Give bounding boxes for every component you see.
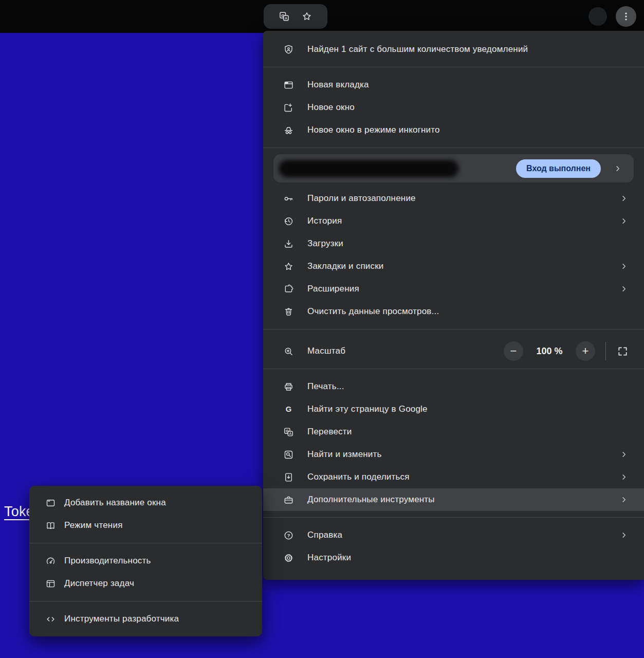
submenu-divider [29,601,262,601]
help-icon: ? [283,529,294,541]
profile-row[interactable]: Вход выполнен [273,154,634,182]
bookmark-star-icon[interactable] [301,10,313,23]
zoom-value: 100 % [530,346,568,357]
menu-item-label: Настройки [307,553,351,563]
submenu-item-label: Режим чтения [64,520,123,531]
profile-avatar[interactable] [588,7,607,26]
browser-menu: Найден 1 сайт с большим количеством увед… [263,31,644,580]
zoom-label: Масштаб [307,346,345,356]
find-in-page-icon [283,449,294,460]
chevron-right-icon [619,284,629,294]
puzzle-icon [283,283,294,295]
menu-item-safety-notification[interactable]: Найден 1 сайт с большим количеством увед… [263,38,644,61]
book-icon [45,520,56,531]
chevron-right-icon [613,164,622,173]
menu-item-search-google[interactable]: G Найти эту страницу в Google [263,398,644,421]
menu-item-new-tab[interactable]: Новая вкладка [263,74,644,96]
zoom-controls: − 100 % + [504,341,629,361]
menu-item-label: Печать... [307,381,344,392]
incognito-icon [283,124,294,136]
fullscreen-icon[interactable] [616,345,629,357]
menu-item-label: Справка [307,530,342,540]
menu-item-label: Сохранить и поделиться [307,472,410,482]
menu-item-settings[interactable]: Настройки [263,546,644,569]
menu-item-label: Новое окно в режиме инкогнито [307,125,440,135]
chevron-right-icon [619,495,629,504]
menu-item-find-and-edit[interactable]: Найти и изменить [263,443,644,466]
submenu-item-name-window[interactable]: Добавить название окна [29,491,262,514]
menu-item-help[interactable]: ? Справка [263,524,644,546]
menu-item-translate[interactable]: GA Перевести [263,421,644,443]
menu-item-label: Найти эту страницу в Google [307,404,428,414]
svg-text:G: G [285,405,291,413]
omnibox-actions: GA [264,4,327,29]
shield-person-icon [283,44,294,55]
menu-item-label: Новое окно [307,102,355,113]
chevron-right-icon [619,531,629,540]
menu-item-save-and-share[interactable]: Сохранить и поделиться [263,466,644,488]
translate-icon[interactable]: GA [278,10,290,23]
history-icon [283,215,294,227]
menu-item-label: Закладки и списки [307,261,384,271]
chevron-right-icon [619,262,629,271]
menu-item-label: Найти и изменить [307,449,382,460]
menu-divider [263,329,644,330]
menu-item-clear-browsing-data[interactable]: Очистить данные просмотров... [263,300,644,323]
menu-item-label: Найден 1 сайт с большим количеством увед… [307,44,528,54]
menu-item-history[interactable]: История [263,210,644,232]
menu-item-label: Очистить данные просмотров... [307,306,439,317]
new-window-icon [283,102,294,113]
submenu-item-label: Производительность [64,556,151,566]
briefcase-icon [283,494,294,505]
menu-item-passwords[interactable]: Пароли и автозаполнение [263,187,644,210]
redacted-profile-name [279,160,458,177]
submenu-item-label: Добавить название окна [64,498,166,508]
submenu-item-label: Диспетчер задач [64,578,134,589]
download-icon [283,238,294,249]
submenu-item-performance[interactable]: Производительность [29,550,262,572]
menu-divider [263,148,644,148]
window-title-icon [45,497,56,508]
submenu-item-task-manager[interactable]: Диспетчер задач [29,572,262,595]
menu-item-downloads[interactable]: Загрузки [263,232,644,255]
menu-item-label: Загрузки [307,239,343,249]
browser-menu-button[interactable] [616,6,636,27]
submenu-item-developer-tools[interactable]: Инструменты разработчика [29,608,262,630]
kebab-dots-icon [620,11,632,22]
signed-in-badge: Вход выполнен [516,159,601,178]
new-tab-icon [283,79,294,90]
star-icon [283,261,294,272]
menu-divider [263,67,644,67]
submenu-item-reading-mode[interactable]: Режим чтения [29,514,262,537]
chevron-right-icon [619,216,629,226]
menu-item-more-tools[interactable]: Дополнительные инструменты [263,488,644,511]
menu-item-print[interactable]: Печать... [263,375,644,398]
zoom-in-button[interactable]: + [576,341,595,361]
svg-text:?: ? [287,533,290,538]
google-g-icon: G [283,404,294,415]
submenu-item-label: Инструменты разработчика [64,614,179,624]
menu-item-label: Перевести [307,427,352,437]
svg-text:A: A [289,431,291,435]
menu-item-new-window[interactable]: Новое окно [263,96,644,119]
menu-item-label: Расширения [307,284,359,294]
zoom-out-button[interactable]: − [504,341,523,361]
save-page-icon [283,471,294,483]
trash-icon [283,306,294,317]
svg-text:A: A [285,16,287,21]
task-manager-icon [45,578,56,589]
browser-toolbar: GA [0,0,644,33]
printer-icon [283,381,294,392]
menu-item-bookmarks[interactable]: Закладки и списки [263,255,644,278]
menu-item-extensions[interactable]: Расширения [263,278,644,300]
menu-item-incognito-window[interactable]: Новое окно в режиме инкогнито [263,119,644,141]
menu-item-label: Новая вкладка [307,80,369,90]
chevron-right-icon [619,472,629,482]
gear-icon [283,552,294,563]
menu-item-zoom: Масштаб − 100 % + [263,336,644,367]
menu-divider [263,517,644,518]
speedometer-icon [45,555,56,566]
menu-item-label: Пароли и автозаполнение [307,193,416,204]
translate-icon: GA [283,426,294,437]
chevron-right-icon [619,194,629,203]
